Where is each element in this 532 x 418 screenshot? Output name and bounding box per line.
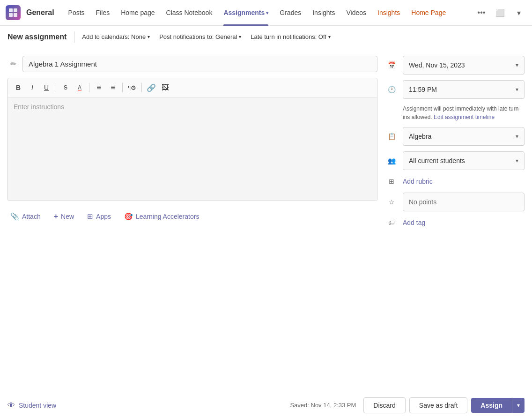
assignment-title-input[interactable] — [22, 56, 377, 72]
rubric-icon: ⊞ — [385, 178, 398, 185]
learning-icon: 🎯 — [124, 212, 133, 221]
nav-videos[interactable]: Videos — [341, 0, 371, 26]
calendars-chevron-icon: ▾ — [148, 34, 150, 39]
add-tag-link[interactable]: Add tag — [403, 219, 425, 226]
underline-button[interactable]: U — [40, 81, 53, 94]
page-title: New assignment — [7, 33, 66, 41]
bold-button[interactable]: B — [12, 81, 25, 94]
attach-icon: 📎 — [10, 212, 19, 221]
category-chevron-icon: ▾ — [516, 133, 518, 140]
nav-assignments[interactable]: Assignments ▾ — [219, 0, 273, 26]
editor-body[interactable]: Enter instructions — [8, 97, 377, 201]
due-date-chevron-icon: ▾ — [516, 62, 518, 68]
title-row: ✏ — [7, 56, 377, 72]
nav-grades[interactable]: Grades — [275, 0, 306, 26]
top-nav: General Posts Files Home page Class Note… — [0, 0, 532, 26]
eye-icon: 👁 — [7, 401, 15, 410]
sub-header-separator — [74, 31, 74, 43]
lateturns-option[interactable]: Late turn in notifications: Off ▾ — [251, 33, 331, 40]
assign-to-control[interactable]: All current students ▾ — [403, 151, 525, 170]
toolbar-separator-3 — [122, 83, 123, 92]
add-rubric-link[interactable]: Add rubric — [403, 178, 433, 185]
star-icon: ☆ — [385, 198, 398, 206]
save-draft-button[interactable]: Save as draft — [409, 397, 468, 413]
due-date-control[interactable]: Wed, Nov 15, 2023 ▾ — [403, 56, 525, 75]
clock-icon: 🕐 — [385, 86, 398, 93]
points-label: No points — [409, 198, 436, 206]
nav-classnotebook[interactable]: Class Notebook — [162, 0, 217, 26]
due-date-label: Wed, Nov 15, 2023 — [409, 61, 465, 69]
assign-button-group: Assign ▾ — [471, 398, 525, 413]
nav-insights[interactable]: Insights — [308, 0, 340, 26]
calendars-option[interactable]: Add to calendars: None ▾ — [82, 33, 150, 40]
meeting-icon[interactable]: ⬜ — [493, 5, 508, 20]
tag-icon: 🏷 — [385, 219, 398, 226]
student-view-button[interactable]: 👁 Student view — [7, 401, 56, 410]
image-button[interactable]: 🖼 — [159, 81, 172, 94]
toolbar-separator-4 — [141, 83, 142, 92]
assign-to-chevron-icon: ▾ — [516, 157, 518, 164]
saved-status: Saved: Nov 14, 2:33 PM — [290, 402, 356, 409]
add-tag-row: 🏷 Add tag — [385, 217, 525, 228]
discard-button[interactable]: Discard — [363, 397, 405, 413]
app-logo — [6, 5, 21, 20]
highlight-button[interactable]: A — [73, 81, 86, 94]
sub-header: New assignment Add to calendars: None ▾ … — [0, 26, 532, 48]
nav-files[interactable]: Files — [91, 0, 115, 26]
bullet-list-button[interactable]: ≡ — [92, 81, 105, 94]
right-panel: 📅 Wed, Nov 15, 2023 ▾ 🕐 11:59 PM ▾ Assig… — [385, 56, 525, 384]
add-rubric-row: ⊞ Add rubric — [385, 176, 525, 187]
bottom-toolbar: 📎 Attach + New ⊞ Apps 🎯 Learning Acceler… — [7, 207, 377, 226]
students-icon: 👥 — [385, 157, 398, 164]
instructions-placeholder: Enter instructions — [14, 103, 64, 111]
link-button[interactable]: 🔗 — [145, 81, 158, 94]
calendar-icon: 📅 — [385, 61, 398, 69]
toolbar-separator-2 — [89, 83, 89, 92]
category-control[interactable]: Algebra ▾ — [403, 127, 525, 146]
category-icon: 📋 — [385, 133, 398, 140]
edit-timeline-link[interactable]: Edit assignment timeline — [434, 114, 495, 120]
nav-homepage2[interactable]: Home Page — [406, 0, 451, 26]
learning-accelerators-button[interactable]: 🎯 Learning Accelerators — [121, 210, 202, 223]
points-control[interactable]: No points — [403, 193, 525, 211]
paragraph-settings-button[interactable]: ¶⚙ — [126, 81, 139, 94]
assign-dropdown-button[interactable]: ▾ — [512, 398, 525, 413]
attach-button[interactable]: 📎 Attach — [7, 210, 44, 223]
plus-icon: + — [54, 212, 58, 221]
editor-toolbar: B I U S A ≡ ≡ ¶⚙ 🔗 🖼 — [8, 78, 377, 97]
points-field: ☆ No points — [385, 193, 525, 211]
new-button[interactable]: + New — [51, 210, 77, 223]
numbered-list-button[interactable]: ≡ — [106, 81, 119, 94]
nav-more-actions: ••• ⬜ ▾ — [474, 5, 526, 20]
italic-button[interactable]: I — [26, 81, 39, 94]
due-time-field: 🕐 11:59 PM ▾ — [385, 80, 525, 99]
toolbar-separator-1 — [56, 83, 56, 92]
app-name: General — [26, 8, 54, 17]
assign-to-label: All current students — [409, 157, 465, 164]
due-time-control[interactable]: 11:59 PM ▾ — [403, 80, 525, 99]
more-options-button[interactable]: ••• — [474, 5, 489, 20]
main-content: ✏ B I U S A ≡ ≡ ¶⚙ 🔗 🖼 — [0, 48, 532, 392]
notifications-option[interactable]: Post notifications to: General ▾ — [159, 33, 241, 40]
category-label: Algebra — [409, 133, 431, 140]
left-panel: ✏ B I U S A ≡ ≡ ¶⚙ 🔗 🖼 — [7, 56, 377, 384]
category-field: 📋 Algebra ▾ — [385, 127, 525, 146]
due-date-field: 📅 Wed, Nov 15, 2023 ▾ — [385, 56, 525, 75]
notifications-chevron-icon: ▾ — [239, 34, 241, 39]
apps-button[interactable]: ⊞ Apps — [84, 210, 114, 223]
nav-homepage[interactable]: Home page — [116, 0, 159, 26]
due-time-label: 11:59 PM — [409, 86, 437, 93]
strikethrough-button[interactable]: S — [59, 81, 72, 94]
footer-actions: Saved: Nov 14, 2:33 PM Discard Save as d… — [290, 397, 525, 413]
assign-button[interactable]: Assign — [471, 398, 512, 413]
lateturns-chevron-icon: ▾ — [328, 34, 331, 39]
chevron-down-icon[interactable]: ▾ — [511, 5, 526, 20]
edit-pencil-icon[interactable]: ✏ — [7, 60, 19, 68]
footer: 👁 Student view Saved: Nov 14, 2:33 PM Di… — [0, 392, 532, 418]
assignment-info-text: Assignment will post immediately with la… — [385, 104, 525, 121]
nav-posts[interactable]: Posts — [64, 0, 89, 26]
due-time-chevron-icon: ▾ — [516, 86, 518, 93]
nav-insights2[interactable]: Insights — [373, 0, 405, 26]
editor-container: B I U S A ≡ ≡ ¶⚙ 🔗 🖼 Enter instructions — [7, 78, 377, 201]
assign-to-field: 👥 All current students ▾ — [385, 151, 525, 170]
